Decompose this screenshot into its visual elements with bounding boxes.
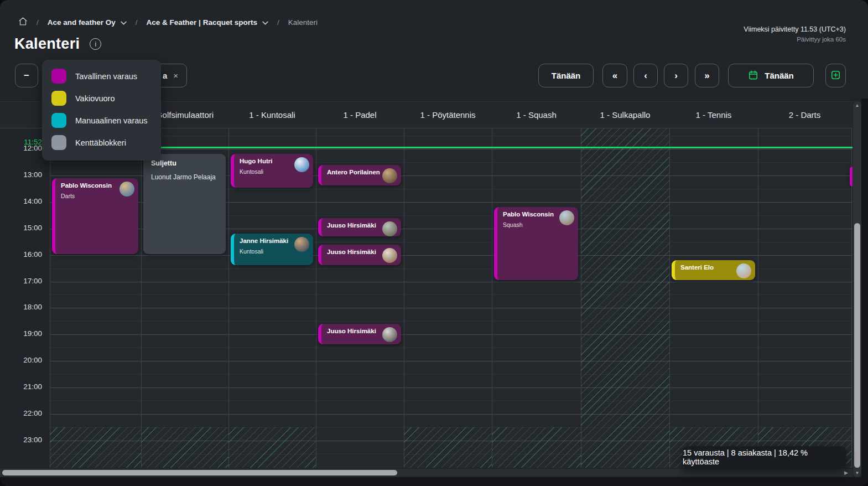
legend-item-label: Tavallinen varaus	[75, 72, 137, 81]
avatar	[294, 157, 309, 172]
breadcrumb-item[interactable]: Kalenteri	[288, 18, 318, 27]
half-hour-gridline	[50, 348, 853, 348]
column-header: 1 - Tennis	[669, 102, 758, 128]
event-card[interactable]: Juuso Hirsimäki	[318, 218, 401, 236]
legend-color-swatch	[51, 135, 66, 150]
event-card[interactable]: SuljettuLuonut Jarmo Pelaaja	[143, 154, 226, 254]
time-label: 21:00	[23, 382, 42, 391]
legend-item: Manuaalinen varaus	[51, 113, 153, 128]
legend-item-label: Manuaalinen varaus	[75, 116, 148, 125]
event-card[interactable]	[850, 167, 853, 187]
breadcrumb-separator: /	[136, 18, 138, 27]
last-updated-text: Viimeksi päivitetty 11.53 (UTC+3)	[744, 24, 846, 34]
collapse-button[interactable]: −	[15, 64, 38, 87]
legend-color-swatch	[51, 113, 66, 128]
event-card[interactable]: Juuso Hirsimäki	[318, 245, 401, 265]
time-label: 16:00	[23, 250, 42, 258]
page-title: Kalenteri	[14, 35, 80, 53]
calendar-icon	[748, 70, 758, 82]
avatar	[736, 263, 751, 278]
event-card[interactable]: Janne HirsimäkiKuntosali	[231, 234, 313, 265]
half-hour-gridline	[50, 374, 853, 375]
status-summary-text: 15 varausta | 8 asiakasta | 18,42 % käyt…	[683, 448, 846, 466]
chevron-down-icon	[121, 18, 127, 27]
refresh-interval-text: Päivittyy joka 60s	[744, 34, 846, 44]
breadcrumb-item-label: Ace & Feather | Racquet sports	[147, 18, 257, 27]
hour-gridline	[50, 149, 853, 149]
column-header: 1 - Kuntosali	[228, 102, 316, 128]
legend-item: Kenttäblokkeri	[51, 135, 153, 150]
event-card[interactable]: Antero Porilainen	[318, 165, 401, 185]
avatar	[382, 168, 397, 183]
time-label: 22:00	[23, 409, 42, 417]
chevron-right-icon: ›	[674, 70, 678, 81]
closed-hours-hatch	[404, 427, 492, 468]
half-hour-gridline	[50, 294, 853, 295]
event-card[interactable]: Pablo WisconsinDarts	[52, 178, 138, 254]
chevron-left-icon: ‹	[644, 70, 647, 81]
legend-color-swatch	[51, 91, 66, 106]
column-header: 1 - Padel	[316, 102, 404, 128]
closed-hours-hatch	[581, 128, 669, 468]
today-button-label: Tänään	[552, 71, 581, 80]
prev-button[interactable]: ‹	[633, 64, 658, 87]
event-subtitle: Luonut Jarmo Pelaaja	[151, 173, 218, 181]
add-booking-button[interactable]	[825, 64, 846, 87]
today-button[interactable]: Tänään	[538, 64, 594, 87]
scroll-up-arrow-icon[interactable]: ▲	[853, 103, 861, 108]
close-icon[interactable]: ×	[173, 71, 178, 80]
breadcrumb-item[interactable]: Ace and feather Oy	[48, 18, 127, 27]
vertical-scrollbar-thumb[interactable]	[854, 223, 860, 468]
date-picker-label: Tänään	[765, 71, 794, 80]
scroll-down-arrow-icon[interactable]: ▼	[853, 471, 861, 475]
column-gridline	[404, 128, 404, 468]
column-gridline	[316, 128, 316, 468]
time-gutter: 12:0013:0014:0015:0016:0017:0018:0019:00…	[0, 128, 50, 468]
time-label: 17:00	[23, 277, 42, 285]
skip-forward-button[interactable]: »	[695, 64, 719, 87]
time-label: 20:00	[23, 356, 42, 364]
home-icon[interactable]	[18, 17, 28, 28]
time-label: 15:00	[23, 224, 42, 232]
double-chevron-left-icon: «	[612, 70, 617, 81]
time-label: 23:00	[23, 436, 42, 444]
time-label: 19:00	[23, 329, 42, 338]
half-hour-gridline	[50, 401, 853, 401]
filter-chip-label: a	[163, 71, 167, 80]
closed-hours-hatch	[141, 427, 228, 468]
column-header: 1 - Sulkapallo	[581, 102, 669, 128]
last-updated: Viimeksi päivitetty 11.53 (UTC+3) Päivit…	[744, 24, 846, 44]
date-picker-button[interactable]: Tänään	[728, 64, 814, 87]
hour-gridline	[50, 282, 853, 282]
event-card[interactable]: Hugo HutriKuntosali	[231, 154, 313, 188]
column-gridline	[50, 128, 50, 468]
time-label: 18:00	[23, 303, 42, 311]
breadcrumb-separator: /	[277, 18, 279, 27]
event-card[interactable]: Juuso Hirsimäki	[318, 324, 401, 344]
breadcrumb-item-label: Kalenteri	[288, 18, 318, 27]
current-time-label: 11:52	[24, 138, 42, 146]
horizontal-scrollbar-thumb[interactable]	[2, 470, 397, 475]
horizontal-scrollbar[interactable]	[0, 469, 853, 477]
avatar	[294, 237, 309, 252]
next-button[interactable]: ›	[664, 64, 688, 87]
app-window: /Ace and feather Oy/Ace & Feather | Racq…	[0, 0, 868, 486]
column-gridline	[758, 128, 758, 468]
current-time-line	[50, 147, 853, 148]
legend-color-swatch	[51, 69, 66, 84]
vertical-scrollbar[interactable]: ▲ ▼	[853, 101, 861, 477]
column-gridline	[492, 128, 492, 468]
plus-icon	[830, 70, 841, 82]
event-card[interactable]: Santeri Elo	[672, 260, 755, 281]
breadcrumb-item[interactable]: Ace & Feather | Racquet sports	[147, 18, 268, 27]
hour-gridline	[50, 414, 853, 415]
avatar	[382, 327, 397, 342]
skip-back-button[interactable]: «	[602, 64, 627, 87]
calendar-grid[interactable]: Pablo WisconsinDartsSuljettuLuonut Jarmo…	[50, 128, 853, 468]
info-icon[interactable]: i	[90, 38, 101, 50]
scroll-right-arrow-icon[interactable]: ▶	[844, 469, 848, 477]
breadcrumb-separator: /	[37, 18, 39, 27]
chevron-down-icon	[262, 18, 268, 27]
hour-gridline	[50, 334, 853, 335]
event-card[interactable]: Pablo WisconsinSquash	[494, 207, 578, 281]
